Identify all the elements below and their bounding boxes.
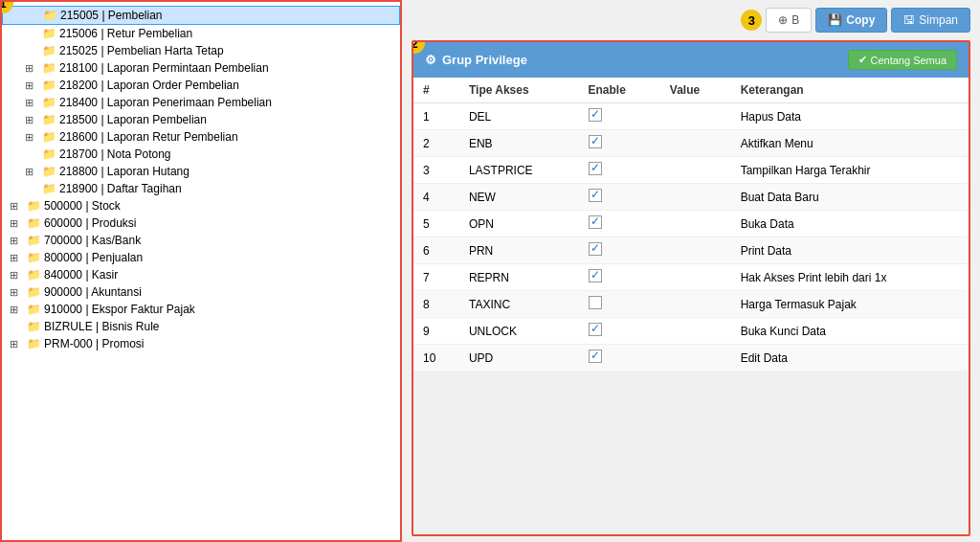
folder-icon: 📁 — [27, 268, 41, 282]
checkbox[interactable] — [589, 269, 602, 282]
badge-3: 3 — [741, 10, 762, 31]
checkbox[interactable] — [589, 242, 602, 256]
folder-icon: 📁 — [27, 285, 41, 299]
table-row: 4 NEW Buat Data Baru — [413, 184, 969, 211]
cell-enable[interactable] — [579, 318, 660, 345]
header-title-group: ⚙ Grup Privilege — [425, 53, 527, 67]
checkbox[interactable] — [589, 323, 602, 336]
cell-keterangan: Hak Akses Print lebih dari 1x — [731, 264, 969, 291]
cell-no: 3 — [413, 157, 459, 184]
expand-icon: ⊞ — [25, 131, 38, 144]
tree-item[interactable]: ⊞📁218800 | Laporan Hutang — [2, 163, 400, 180]
cell-enable[interactable] — [579, 103, 660, 130]
cell-tipe: TAXINC — [459, 291, 579, 318]
checkbox[interactable] — [589, 189, 602, 202]
cell-enable[interactable] — [579, 291, 660, 318]
simpan-button[interactable]: 🖫 Simpan — [891, 8, 970, 33]
tree-item-label: 218900 | Daftar Tagihan — [59, 182, 182, 195]
expand-icon: ⊞ — [25, 97, 38, 109]
tree-item[interactable]: ⊞📁218400 | Laporan Penerimaan Pembelian — [2, 94, 400, 111]
tree-container: 📁215005 | Pembelian 📁215006 | Retur Pemb… — [2, 6, 400, 352]
cell-tipe: PRN — [459, 237, 579, 264]
cell-enable[interactable] — [579, 264, 660, 291]
tree-item[interactable]: 📁215005 | Pembelian — [2, 6, 400, 25]
table-row: 3 LASTPRICE Tampilkan Harga Terakhir — [413, 157, 969, 184]
table-row: 10 UPD Edit Data — [413, 345, 969, 372]
cell-enable[interactable] — [579, 157, 660, 184]
expand-icon: ⊞ — [25, 166, 38, 178]
folder-icon: 📁 — [42, 96, 56, 109]
table-row: 8 TAXINC Harga Termasuk Pajak — [413, 291, 969, 318]
cell-value — [660, 130, 731, 157]
cell-enable[interactable] — [579, 184, 660, 211]
tree-item[interactable]: ⊞📁218500 | Laporan Pembelian — [2, 111, 400, 128]
cell-no: 4 — [413, 184, 459, 211]
expand-icon: ⊞ — [10, 304, 23, 316]
tree-item-label: 600000 | Produksi — [44, 216, 137, 230]
col-keterangan: Keterangan — [731, 78, 969, 103]
checkbox[interactable] — [589, 135, 602, 148]
col-value: Value — [660, 78, 731, 103]
tree-item[interactable]: ⊞📁218200 | Laporan Order Pembelian — [2, 77, 400, 94]
cell-keterangan: Print Data — [731, 237, 969, 264]
tree-item[interactable]: 📁215025 | Pembelian Harta Tetap — [2, 42, 400, 59]
centang-label: Centang Semua — [871, 55, 947, 66]
table-row: 7 REPRN Hak Akses Print lebih dari 1x — [413, 264, 969, 291]
checkbox[interactable] — [589, 162, 602, 175]
cell-enable[interactable] — [579, 345, 660, 372]
checkbox[interactable] — [589, 215, 602, 229]
tree-item[interactable]: ⊞📁500000 | Stock — [2, 197, 400, 215]
col-no: # — [413, 78, 459, 103]
tree-item[interactable]: ⊞📁840000 | Kasir — [2, 266, 400, 283]
checkbox[interactable] — [589, 350, 602, 363]
spacer-icon — [26, 10, 39, 21]
cell-value — [660, 291, 731, 318]
tree-item-label: 215006 | Retur Pembelian — [59, 27, 192, 40]
tree-item[interactable]: 📁BIZRULE | Bisnis Rule — [2, 318, 400, 335]
cell-value — [660, 184, 731, 211]
cell-no: 5 — [413, 211, 459, 237]
tree-item-label: BIZRULE | Bisnis Rule — [44, 320, 160, 333]
tree-item[interactable]: ⊞📁600000 | Produksi — [2, 215, 400, 232]
table-row: 5 OPN Buka Data — [413, 211, 969, 237]
folder-icon: 📁 — [27, 303, 41, 316]
tree-item[interactable]: 📁215006 | Retur Pembelian — [2, 25, 400, 42]
tree-item[interactable]: ⊞📁218600 | Laporan Retur Pembelian — [2, 128, 400, 146]
tree-item[interactable]: ⊞📁910000 | Ekspor Faktur Pajak — [2, 301, 400, 318]
tree-item[interactable]: ⊞📁900000 | Akuntansi — [2, 283, 400, 301]
cell-keterangan: Buka Data — [731, 211, 969, 237]
cell-enable[interactable] — [579, 130, 660, 157]
checkbox[interactable] — [589, 296, 602, 309]
tree-item-label: 800000 | Penjualan — [44, 251, 143, 264]
tree-item[interactable]: 📁218700 | Nota Potong — [2, 146, 400, 163]
cell-enable[interactable] — [579, 211, 660, 237]
table-wrapper: # Tipe Akses Enable Value Keterangan 1 D… — [413, 78, 969, 534]
left-tree-panel: 1 📁215005 | Pembelian 📁215006 | Retur Pe… — [0, 0, 402, 542]
table-row: 2 ENB Aktifkan Menu — [413, 130, 969, 157]
tree-item-label: 218700 | Nota Potong — [59, 147, 171, 161]
folder-icon: 📁 — [43, 9, 57, 22]
tree-item[interactable]: ⊞📁700000 | Kas/Bank — [2, 232, 400, 249]
cell-tipe: NEW — [459, 184, 579, 211]
spacer-icon — [25, 45, 38, 56]
expand-icon: ⊞ — [10, 338, 23, 350]
copy-button[interactable]: 💾 Copy — [815, 8, 887, 33]
centang-semua-button[interactable]: ✔ Centang Semua — [848, 50, 958, 70]
back-label: B — [791, 13, 799, 27]
tree-item-label: 218600 | Laporan Retur Pembelian — [59, 130, 238, 144]
expand-icon: ⊞ — [25, 79, 38, 92]
cell-keterangan: Tampilkan Harga Terakhir — [731, 157, 969, 184]
tree-item[interactable]: ⊞📁800000 | Penjualan — [2, 249, 400, 266]
privilege-table: # Tipe Akses Enable Value Keterangan 1 D… — [413, 78, 969, 372]
back-button[interactable]: ⊕ B — [766, 8, 812, 33]
cell-enable[interactable] — [579, 237, 660, 264]
tree-item[interactable]: 📁218900 | Daftar Tagihan — [2, 180, 400, 197]
folder-icon: 📁 — [42, 113, 56, 126]
cell-tipe: UPD — [459, 345, 579, 372]
checkbox[interactable] — [589, 108, 602, 122]
cell-value — [660, 345, 731, 372]
cell-keterangan: Harga Termasuk Pajak — [731, 291, 969, 318]
folder-icon: 📁 — [42, 79, 56, 92]
tree-item[interactable]: ⊞📁218100 | Laporan Permintaan Pembelian — [2, 59, 400, 77]
tree-item[interactable]: ⊞📁PRM-000 | Promosi — [2, 335, 400, 352]
